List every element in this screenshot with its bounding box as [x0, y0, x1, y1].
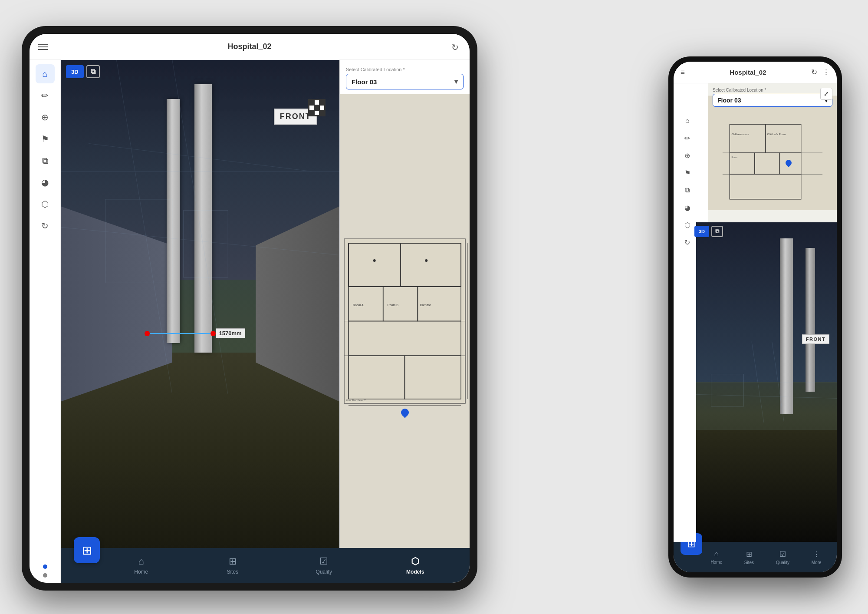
measurement-line — [150, 333, 210, 334]
menu-button[interactable] — [38, 44, 48, 50]
phone-sidebar-orbit[interactable]: ⊕ — [681, 149, 694, 162]
view-3d: FRONT — [61, 60, 339, 548]
phone-more-label: More — [812, 560, 822, 565]
btn-3d[interactable]: 3D — [66, 65, 84, 78]
sidebar-icon-color[interactable]: ◕ — [36, 173, 55, 192]
svg-text:Room A: Room A — [353, 304, 364, 307]
nav-item-models[interactable]: ⬡ Models — [370, 556, 461, 575]
chevron-down-icon: ▾ — [454, 78, 458, 86]
blueprint-panel: Select Calibrated Location * Floor 03 ▾ — [339, 60, 470, 548]
phone-sidebar-refresh[interactable]: ↻ — [681, 235, 694, 249]
sidebar-icon-edit[interactable]: ✏ — [36, 86, 55, 105]
sidebar-dot — [43, 573, 47, 578]
phone-sites-label: Sites — [744, 560, 754, 565]
phone-nav-more[interactable]: ⋮ More — [812, 550, 822, 565]
location-value: Floor 03 — [352, 78, 377, 86]
phone-sidebar: ⌂ ✏ ⊕ ⚑ ⧉ ◕ ⬡ ↻ — [679, 110, 696, 542]
svg-text:Room: Room — [731, 156, 737, 158]
phone-nav-quality[interactable]: ☑ Quality — [776, 550, 789, 565]
location-label: Select Calibrated Location * — [346, 67, 464, 72]
svg-point-20 — [373, 259, 376, 262]
phone-location-pin — [786, 160, 792, 169]
measurement-start-dot — [145, 331, 150, 336]
phone-refresh-icon[interactable]: ↻ — [811, 68, 817, 77]
sidebar-icon-refresh[interactable]: ↻ — [36, 216, 55, 235]
phone-wireframe — [691, 222, 837, 542]
sidebar-icon-split[interactable]: ⧉ — [36, 151, 55, 170]
svg-line-2 — [116, 60, 172, 394]
location-selector: Select Calibrated Location * Floor 03 ▾ — [340, 60, 470, 94]
phone-3d-toolbar: 3D ⧉ — [694, 226, 723, 237]
phone-more-icon[interactable]: ⋮ — [822, 68, 830, 77]
phone-expand-button[interactable]: ⤢ — [820, 88, 832, 100]
phone-pin-head — [784, 158, 793, 167]
measurement-annotation: 1570mm — [145, 328, 245, 338]
phone-sidebar-flag[interactable]: ⚑ — [681, 166, 694, 180]
btn-split-view[interactable]: ⧉ — [86, 65, 100, 78]
sidebar-icon-orbit[interactable]: ⊕ — [36, 108, 55, 127]
svg-line-1 — [61, 227, 339, 255]
home-label: Home — [134, 569, 148, 575]
svg-line-3 — [172, 60, 228, 394]
location-pin — [401, 409, 409, 421]
svg-text:Children's room: Children's room — [731, 133, 749, 135]
sidebar-icon-home[interactable]: ⌂ — [36, 64, 55, 83]
svg-rect-5 — [105, 199, 172, 283]
phone-bottom-nav: ⊞ ⌂ Home ⊞ Sites ☑ Quality ⋮ — [674, 542, 837, 572]
qr-button[interactable]: ⊞ — [74, 537, 100, 563]
models-icon: ⬡ — [411, 556, 419, 567]
sites-icon: ⊞ — [229, 556, 237, 567]
tablet-header: Hospital_02 ↻ — [30, 34, 470, 60]
svg-line-39 — [691, 394, 837, 398]
svg-text:Children's Room: Children's Room — [767, 133, 786, 135]
phone-device: ≡ Hospital_02 ↻ ⋮ ⌂ ✏ ⊕ ⚑ ⧉ ◕ — [668, 56, 842, 578]
phone-title: Hospital_02 — [730, 69, 766, 76]
tablet-main: FRONT — [61, 60, 470, 583]
phone-sidebar-color[interactable]: ◕ — [681, 201, 694, 215]
phone-front-sign: FRONT — [802, 334, 829, 344]
phone-sidebar-split[interactable]: ⧉ — [681, 183, 694, 197]
tablet-title: Hospital_02 — [227, 42, 271, 51]
tablet-body: ⌂ ✏ ⊕ ⚑ ⧉ ◕ ⬡ ↻ — [30, 60, 470, 583]
refresh-icon[interactable]: ↻ — [451, 42, 461, 52]
phone-quality-label: Quality — [776, 560, 789, 565]
blueprint-svg: Room A Room B Corridor Floor Plan - Leve… — [340, 94, 470, 548]
phone-sidebar-cube[interactable]: ⬡ — [681, 218, 694, 232]
phone-3d-section: 3D ⧉ FRONT — [691, 222, 837, 542]
phone-location-dropdown[interactable]: Floor 03 ▾ — [713, 94, 832, 107]
phone-location-value: Floor 03 — [717, 97, 741, 104]
svg-rect-6 — [183, 211, 228, 277]
nav-item-quality[interactable]: ☑ Quality — [278, 556, 370, 575]
phone-btn-3d[interactable]: 3D — [694, 226, 709, 237]
phone-location-label: Select Calibrated Location * — [713, 88, 832, 92]
measurement-label: 1570mm — [216, 328, 245, 338]
measurement-end-dot — [210, 331, 216, 336]
tablet-screen: Hospital_02 ↻ ⌂ ✏ ⊕ ⚑ ⧉ ◕ ⬡ ↻ — [30, 34, 470, 583]
phone-btn-split[interactable]: ⧉ — [711, 226, 723, 237]
nav-items: ⌂ Home ⊞ Sites ☑ Quality — [95, 556, 461, 575]
qr-badge — [308, 99, 326, 116]
scene: Hospital_02 ↻ ⌂ ✏ ⊕ ⚑ ⧉ ◕ ⬡ ↻ — [0, 0, 868, 614]
phone-menu-icon[interactable]: ≡ — [681, 68, 685, 77]
nav-item-sites[interactable]: ⊞ Sites — [187, 556, 279, 575]
phone-more-nav-icon: ⋮ — [813, 550, 820, 559]
phone-sidebar-home[interactable]: ⌂ — [681, 114, 694, 128]
svg-text:Room B: Room B — [388, 304, 399, 307]
view-toolbar: 3D ⧉ — [66, 65, 100, 78]
sites-label: Sites — [227, 569, 238, 575]
sidebar-icon-flag[interactable]: ⚑ — [36, 129, 55, 149]
phone-body: ⌂ ✏ ⊕ ⚑ ⧉ ◕ ⬡ ↻ — [674, 83, 837, 542]
phone-screen: ≡ Hospital_02 ↻ ⋮ ⌂ ✏ ⊕ ⚑ ⧉ ◕ — [674, 62, 837, 572]
phone-sidebar-edit[interactable]: ✏ — [681, 131, 694, 145]
quality-label: Quality — [316, 569, 332, 575]
phone-header: ≡ Hospital_02 ↻ ⋮ — [674, 62, 837, 83]
location-dropdown[interactable]: Floor 03 ▾ — [346, 74, 464, 89]
phone-nav-home[interactable]: ⌂ Home — [710, 550, 722, 565]
sidebar-icon-cube[interactable]: ⬡ — [36, 195, 55, 214]
phone-nav-sites[interactable]: ⊞ Sites — [744, 550, 754, 565]
tablet-views: FRONT — [61, 60, 470, 548]
nav-item-home[interactable]: ⌂ Home — [95, 556, 187, 575]
svg-rect-42 — [711, 374, 744, 406]
sidebar: ⌂ ✏ ⊕ ⚑ ⧉ ◕ ⬡ ↻ — [30, 60, 61, 583]
phone-header-icons: ↻ ⋮ — [811, 68, 830, 77]
